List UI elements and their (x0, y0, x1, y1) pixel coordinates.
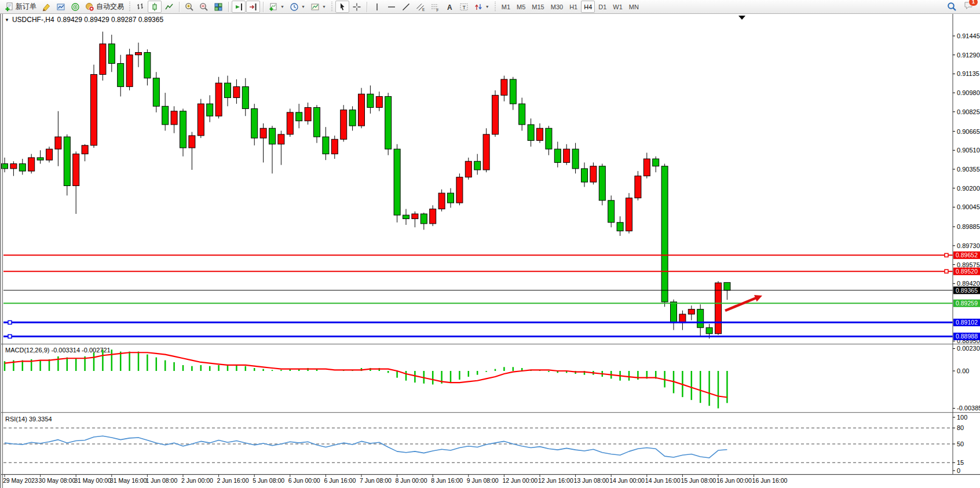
line-handle[interactable] (945, 253, 948, 257)
tile-windows-button[interactable] (211, 1, 225, 13)
collapse-caret-icon[interactable]: ▼ (5, 17, 9, 23)
trendline-button[interactable] (399, 1, 413, 13)
price-line-label: 0.89102 (956, 319, 978, 326)
vertical-line-button[interactable] (370, 1, 384, 13)
clock-icon (290, 2, 299, 12)
candle-body (599, 166, 605, 201)
line-handle[interactable] (8, 321, 12, 324)
notifications-button[interactable]: 1 (964, 1, 974, 13)
candle-body (582, 169, 588, 182)
candle-body (430, 209, 436, 224)
candle-body (394, 149, 400, 215)
toolbar-grip[interactable] (129, 2, 130, 12)
styles-button[interactable] (39, 1, 53, 13)
text-button[interactable]: A (443, 1, 456, 13)
tf-w1-button[interactable]: W1 (610, 1, 626, 13)
tf-m15-button[interactable]: M15 (529, 1, 547, 13)
candle-body (323, 137, 329, 154)
tf-m30-button[interactable]: M30 (548, 1, 566, 13)
templates-button[interactable]: ▼ (308, 1, 328, 13)
profiles-button[interactable] (54, 1, 68, 13)
tf-m1-button[interactable]: M1 (499, 1, 513, 13)
horizontal-line-button[interactable] (385, 1, 398, 13)
new-order-button[interactable]: 新订单 (2, 1, 39, 13)
rsi-tick-label: 100 (957, 414, 967, 421)
dropdown-caret-icon: ▼ (485, 5, 489, 9)
candle-body (118, 63, 124, 86)
price-tick-label: 0.90825 (957, 108, 980, 115)
panel-splitter[interactable] (0, 412, 980, 413)
candle-body (367, 94, 374, 107)
tf-mn-button[interactable]: MN (626, 1, 642, 13)
fibonacci-button[interactable]: F (428, 1, 442, 13)
candlestick-chart-button[interactable] (148, 1, 162, 13)
time-tick-label: 29 May 2023 (3, 477, 38, 484)
tf-m5-button[interactable]: M5 (514, 1, 528, 13)
search-button[interactable] (945, 1, 959, 13)
chart-shift-button[interactable] (246, 1, 260, 13)
time-tick-label: 12 Jun 00:00 (502, 477, 537, 484)
bar-chart-button[interactable] (133, 1, 147, 13)
candle-body (385, 96, 392, 149)
search-icon (947, 2, 957, 12)
time-axis-border (0, 474, 980, 475)
tf-h4-button[interactable]: H4 (581, 1, 595, 13)
candle-body (260, 128, 266, 138)
time-tick-label: 15 Jun 08:00 (681, 477, 716, 484)
arrows-button[interactable]: ▼ (471, 1, 492, 13)
zoom-in-button[interactable] (182, 1, 196, 13)
candle-body (617, 223, 623, 231)
zoom-out-icon (199, 2, 209, 12)
line-chart-button[interactable] (162, 1, 176, 13)
channel-icon: E (416, 2, 425, 12)
periods-button[interactable]: ▼ (287, 1, 308, 13)
crosshair-button[interactable] (350, 1, 364, 13)
auto-scroll-button[interactable] (232, 1, 246, 13)
macd-tick-label: -0.003855 (957, 405, 980, 411)
time-tick-label: 8 Jun 16:00 (431, 477, 463, 484)
tf-h1-button[interactable]: H1 (566, 1, 580, 13)
panel-splitter[interactable] (0, 344, 980, 344)
notification-badge: 1 (968, 0, 978, 6)
equidistant-channel-button[interactable]: E (414, 1, 427, 13)
price-line-label: 0.89652 (956, 252, 978, 258)
candle-body (653, 159, 659, 166)
chart-canvas[interactable]: 0.914450.912900.911350.909800.908250.906… (0, 14, 980, 488)
svg-text:F: F (436, 8, 438, 12)
candle-body (510, 79, 516, 104)
price-tick-label: 0.91445 (957, 32, 980, 39)
time-tick-label: 6 Jun 00:00 (288, 477, 320, 484)
svg-text:E: E (422, 8, 425, 12)
line-handle[interactable] (945, 270, 948, 273)
market-watch-button[interactable] (68, 1, 82, 13)
cursor-button[interactable] (335, 1, 349, 13)
indicators-button[interactable]: ▼ (266, 1, 287, 13)
candle-body (349, 110, 356, 126)
toolbar-separator (228, 2, 229, 12)
candle-body (180, 111, 187, 148)
tf-d1-button[interactable]: D1 (595, 1, 609, 13)
candle-body (448, 193, 454, 203)
candle-body (171, 111, 177, 125)
candle-body (278, 134, 284, 144)
price-tick-label: 0.90665 (957, 128, 980, 135)
ohlc-values: 0.89429 0.89429 0.89287 0.89365 (57, 16, 164, 24)
candle-body (19, 163, 25, 171)
chart-title: ▼ USDCHF-,H4 0.89429 0.89429 0.89287 0.8… (5, 16, 163, 24)
price-tick-label: 0.91290 (957, 52, 980, 59)
auto-trading-button[interactable]: 自动交易 (83, 1, 126, 13)
candle-body (331, 139, 338, 154)
dropdown-caret-icon: ▼ (280, 5, 284, 9)
zoom-out-button[interactable] (197, 1, 211, 13)
candle-body (100, 44, 106, 75)
text-label-button[interactable]: T (457, 1, 471, 13)
horizontal-line-icon (387, 2, 396, 12)
price-line-label: 0.89365 (956, 287, 978, 294)
svg-text:A: A (447, 3, 452, 11)
line-handle[interactable] (8, 334, 12, 338)
toolbar-grip[interactable] (331, 2, 332, 12)
toolbar-grip[interactable] (495, 2, 496, 12)
auto-scroll-icon (234, 2, 243, 12)
macd-tick-label: 0.002305 (957, 345, 980, 352)
candle-body (546, 128, 552, 149)
